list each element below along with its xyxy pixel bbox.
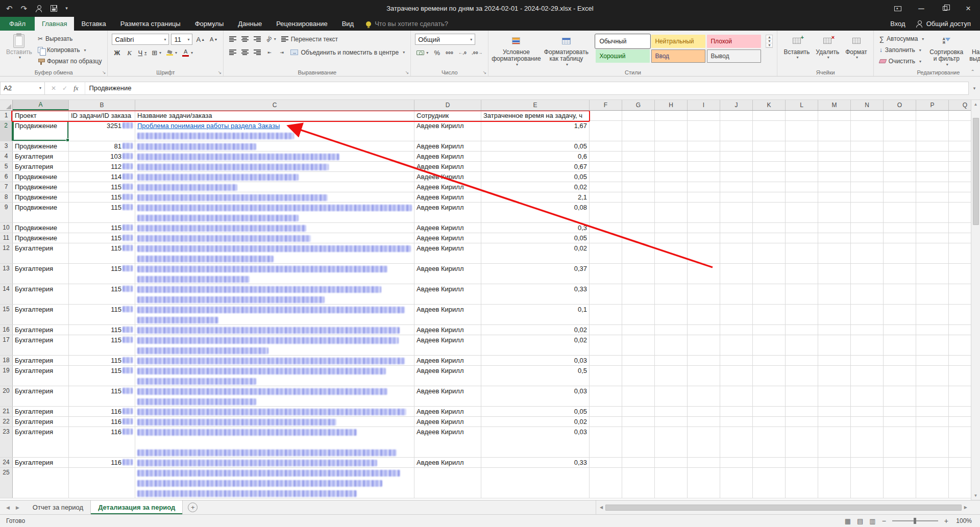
column-header-J[interactable]: J — [720, 100, 753, 110]
cell-A9[interactable]: Продвижение — [13, 203, 69, 222]
column-header-A[interactable]: A — [13, 100, 69, 110]
align-bottom-button[interactable] — [252, 34, 262, 44]
cell-C13[interactable] — [135, 264, 414, 284]
empty-cells-row-13[interactable] — [590, 264, 971, 284]
cell-D19[interactable]: Авдеев Кирилл — [414, 366, 481, 386]
empty-cells-row-18[interactable] — [590, 356, 971, 365]
empty-cells-row-17[interactable] — [590, 335, 971, 355]
cell-D4[interactable]: Авдеев Кирилл — [414, 152, 481, 161]
cell-B16[interactable]: 115 — [69, 325, 135, 335]
cell-B4[interactable]: 103 — [69, 152, 135, 161]
cell-A12[interactable]: Бухгалтерия — [13, 243, 69, 263]
cell-C20[interactable] — [135, 386, 414, 406]
cell-A10[interactable]: Продвижение — [13, 223, 69, 233]
cell-A6[interactable]: Продвижение — [13, 172, 69, 182]
bold-button[interactable]: Ж — [112, 47, 122, 58]
decrease-decimal-button[interactable]: ,00→ — [470, 47, 484, 58]
cell-C14[interactable] — [135, 284, 414, 304]
empty-cells-row-11[interactable] — [590, 233, 971, 243]
cell-C17[interactable] — [135, 335, 414, 355]
row-header-6[interactable]: 6 — [0, 172, 13, 182]
cell-E13[interactable]: 0,37 — [481, 264, 590, 284]
align-center-button[interactable] — [240, 47, 250, 58]
cell-C6[interactable] — [135, 172, 414, 182]
cell-C11[interactable] — [135, 233, 414, 243]
empty-cells-row-3[interactable] — [590, 141, 971, 151]
cell-D11[interactable]: Авдеев Кирилл — [414, 233, 481, 243]
format-painter-button[interactable]: Формат по образцу — [36, 56, 104, 66]
empty-cells-row-5[interactable] — [590, 162, 971, 171]
find-select-button[interactable]: Найти и выделить▾ — [967, 33, 980, 68]
page-break-view-icon[interactable]: ▥ — [869, 517, 875, 525]
empty-cells-row-10[interactable] — [590, 223, 971, 233]
cell-E24[interactable]: 0,33 — [481, 458, 590, 467]
row-header-19[interactable]: 19 — [0, 366, 13, 386]
column-header-G[interactable]: G — [622, 100, 655, 110]
share-button[interactable]: Общий доступ — [916, 20, 971, 28]
row-header-9[interactable]: 9 — [0, 203, 13, 222]
cell-B2[interactable]: 3251 — [69, 121, 135, 141]
scroll-left-arrow[interactable]: ◀ — [597, 505, 605, 510]
zoom-slider[interactable] — [892, 520, 938, 521]
sheet-nav-next-icon[interactable]: ▶ — [16, 505, 19, 510]
select-all-button[interactable] — [0, 100, 13, 110]
clipboard-dialog-launcher[interactable]: ↘ — [102, 70, 106, 75]
empty-cells-row-24[interactable] — [590, 458, 971, 467]
column-header-D[interactable]: D — [414, 100, 481, 110]
tab-formulas[interactable]: Формулы — [188, 17, 231, 31]
cell-E11[interactable]: 0,05 — [481, 233, 590, 243]
empty-cells-row-22[interactable] — [590, 417, 971, 426]
cell-A23[interactable]: Бухгалтерия — [13, 427, 69, 457]
decrease-font-icon[interactable]: А▼ — [208, 34, 219, 45]
cell-style-2[interactable]: Нейтральный — [651, 35, 705, 48]
format-cells-button[interactable]: Формат▾ — [843, 33, 869, 61]
cell-B25[interactable] — [69, 468, 135, 498]
row-header-13[interactable]: 13 — [0, 264, 13, 284]
cell-B13[interactable]: 115 — [69, 264, 135, 284]
cell-B19[interactable]: 115 — [69, 366, 135, 386]
cell-C7[interactable] — [135, 182, 414, 192]
cell-A24[interactable]: Бухгалтерия — [13, 458, 69, 467]
insert-cells-button[interactable]: + Вставить▾ — [781, 33, 812, 61]
cell-D9[interactable]: Авдеев Кирилл — [414, 203, 481, 222]
cell-C3[interactable] — [135, 141, 414, 151]
cell-A25[interactable] — [13, 468, 69, 498]
empty-cells-row-2[interactable] — [590, 121, 971, 141]
row-header-10[interactable]: 10 — [0, 223, 13, 233]
empty-cells-row-14[interactable] — [590, 284, 971, 304]
save-icon[interactable] — [51, 5, 57, 12]
cell-E8[interactable]: 2,1 — [481, 192, 590, 202]
font-name-combo[interactable]: Calibri▾ — [112, 34, 169, 45]
row-header-18[interactable]: 18 — [0, 356, 13, 365]
cell-style-3[interactable]: Плохой — [707, 35, 761, 48]
conditional-formatting-button[interactable]: Условное форматирование▾ — [493, 33, 540, 68]
cell-C4[interactable] — [135, 152, 414, 161]
cell-B7[interactable]: 115 — [69, 182, 135, 192]
fill-button[interactable]: ↓Заполнить▾ — [878, 45, 926, 55]
accounting-format-button[interactable]: ▾ — [415, 47, 430, 58]
undo-icon[interactable]: ↶ — [6, 5, 13, 12]
gallery-more-button[interactable]: ▼ — [766, 43, 772, 47]
cell-A16[interactable]: Бухгалтерия — [13, 325, 69, 335]
cell-C19[interactable] — [135, 366, 414, 386]
formula-input[interactable]: Продвижение — [85, 82, 969, 95]
number-dialog-launcher[interactable]: ↘ — [483, 70, 487, 75]
account-icon[interactable] — [35, 5, 42, 12]
column-header-K[interactable]: K — [753, 100, 786, 110]
borders-button[interactable]: ⊞▾ — [150, 47, 163, 58]
scroll-down-arrow[interactable]: ▼ — [971, 491, 980, 500]
orientation-button[interactable]: аб▾ — [264, 34, 277, 44]
cell-A7[interactable]: Продвижение — [13, 182, 69, 192]
cell-C5[interactable] — [135, 162, 414, 171]
insert-function-icon[interactable]: fx — [74, 84, 78, 92]
cell-C22[interactable] — [135, 417, 414, 426]
empty-cells-row-20[interactable] — [590, 386, 971, 406]
column-header-P[interactable]: P — [916, 100, 949, 110]
cell-D5[interactable]: Авдеев Кирилл — [414, 162, 481, 171]
cell-A2[interactable]: Продвижение — [13, 121, 69, 141]
empty-cells-row-19[interactable] — [590, 366, 971, 386]
empty-cells-row-7[interactable] — [590, 182, 971, 192]
cell-C10[interactable] — [135, 223, 414, 233]
cell-D15[interactable]: Авдеев Кирилл — [414, 305, 481, 324]
format-as-table-button[interactable]: Форматировать как таблицу▾ — [542, 33, 591, 68]
